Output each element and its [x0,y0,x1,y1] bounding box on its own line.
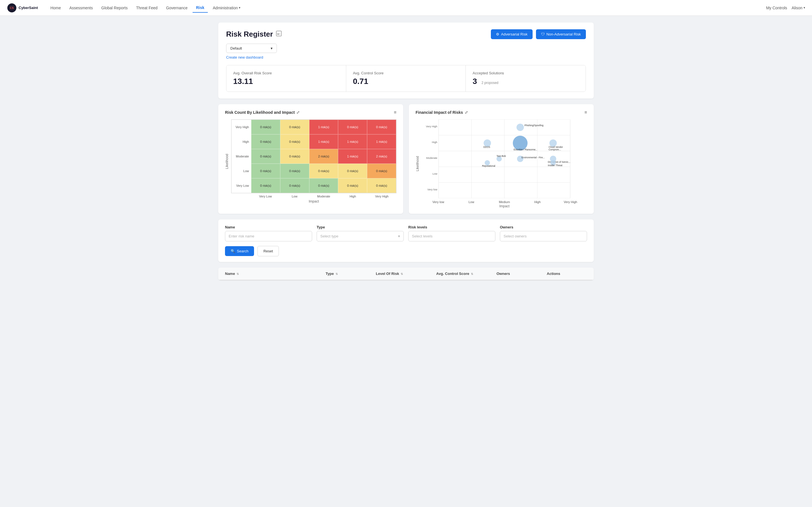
owners-input[interactable] [500,231,587,241]
sort-control-icon[interactable] [471,272,473,276]
svg-text:Comprom...: Comprom... [549,148,561,151]
matrix-cell[interactable]: 0 risk(s) [251,149,280,164]
filter-risk-label: Risk levels [408,225,495,229]
matrix-cell[interactable]: 0 risk(s) [338,164,367,178]
filter-name-label: Name [225,225,312,229]
matrix-cell[interactable]: 0 risk(s) [309,164,338,178]
col-name[interactable]: Name [225,272,326,276]
matrix-cell[interactable]: 0 risk(s) [251,120,280,134]
matrix-cell[interactable]: 0 risk(s) [367,120,396,134]
matrix-cell[interactable]: 1 risk(s) [338,134,367,149]
export-icon[interactable]: W↑ [276,31,282,38]
financial-bubble-chart: Very High High Moderate Low Very low Phi… [422,119,587,198]
brand[interactable]: CS CyberSaint [7,3,38,13]
matrix-cell[interactable]: 0 risk(s) [280,120,309,134]
matrix-cell[interactable]: 2 risk(s) [367,149,396,164]
matrix-cell[interactable]: 0 risk(s) [251,178,280,193]
page-title-text: Risk Register [226,30,273,39]
nav-assessments[interactable]: Assessments [66,3,96,12]
stats-row: Avg. Overall Risk Score 13.11 Avg. Contr… [226,65,586,92]
stat-accepted-label: Accepted Solutions [472,71,579,75]
matrix-menu-icon[interactable]: ≡ [394,110,396,115]
risk-matrix-card: Risk Count By Likelihood and Impact ⤢ ≡ … [218,104,403,214]
nav-global-reports[interactable]: Global Reports [98,3,131,12]
svg-text:Very High: Very High [426,125,437,128]
stat-control-value: 0.71 [353,77,459,86]
search-button[interactable]: 🔍 Search [225,246,254,256]
risk-name-input[interactable] [225,231,312,241]
non-adversarial-risk-button[interactable]: 🛡 Non-Adversarial Risk [536,29,586,39]
financial-y-label: Likelihood [416,156,419,171]
risk-level-input[interactable] [408,231,495,241]
matrix-cell[interactable]: 1 risk(s) [367,134,396,149]
financial-x-labels: Very low Low Medium High Very High [422,200,587,204]
table-header: Name Type Level Of Risk Avg. Control Sco… [218,268,594,280]
svg-text:Environmental - Fire...: Environmental - Fire... [522,156,545,159]
nav-governance[interactable]: Governance [163,3,191,12]
col-owners[interactable]: Owners [497,272,547,276]
financial-menu-icon[interactable]: ≡ [585,110,587,115]
title-row: Risk Register W↑ ⚙ Adversarial Risk 🛡 No… [226,29,586,39]
matrix-cell[interactable]: 0 risk(s) [251,134,280,149]
sort-type-icon[interactable] [336,272,338,276]
svg-text:Phishing/Spoofing: Phishing/Spoofing [524,124,544,127]
stat-control-label: Avg. Control Score [353,71,459,75]
financial-x-axis-label: Impact [422,204,587,208]
sort-level-icon[interactable] [401,272,403,276]
nav-administration[interactable]: Administration ▾ [209,3,244,12]
matrix-cell[interactable]: 1 risk(s) [309,120,338,134]
filter-actions: 🔍 Search Reset [225,246,587,256]
nav-threat-feed[interactable]: Threat Feed [133,3,161,12]
nav-user[interactable]: Alison ▾ [792,6,805,10]
matrix-cell[interactable]: 0 risk(s) [338,178,367,193]
stat-control-score: Avg. Control Score 0.71 [346,65,466,92]
col-level[interactable]: Level Of Risk [376,272,436,276]
matrix-x-labels: Very LowLowModerateHighVery High [231,194,396,198]
matrix-cell[interactable]: 0 risk(s) [367,164,396,178]
sort-name-icon[interactable] [237,272,239,276]
matrix-cell[interactable]: 0 risk(s) [338,120,367,134]
matrix-cell[interactable]: 0 risk(s) [280,134,309,149]
create-dashboard-link[interactable]: Create new dashboard [226,55,263,59]
col-control-score[interactable]: Avg. Control Score [436,272,497,276]
svg-text:CS: CS [10,6,14,10]
financial-expand-icon[interactable]: ⤢ [465,110,468,115]
financial-chart-header: Financial Impact of Risks ⤢ ≡ [416,110,587,115]
matrix-chart-header: Risk Count By Likelihood and Impact ⤢ ≡ [225,110,396,115]
matrix-cell[interactable]: 0 risk(s) [309,178,338,193]
matrix-expand-icon[interactable]: ⤢ [296,110,300,115]
svg-point-17 [516,124,524,131]
svg-text:Moderate: Moderate [426,157,437,159]
svg-text:Test-Bob: Test-Bob [497,155,506,158]
stat-overall-value: 13.11 [233,77,339,86]
matrix-cell[interactable]: 1 risk(s) [338,149,367,164]
svg-text:Extortion / Ransomw...: Extortion / Ransomw... [514,148,538,151]
matrix-x-axis-label: Impact [231,200,396,203]
svg-text:Insider Threat: Insider Threat [548,164,562,167]
col-type[interactable]: Type [326,272,376,276]
page-header: Risk Register W↑ ⚙ Adversarial Risk 🛡 No… [218,22,594,99]
charts-row: Risk Count By Likelihood and Impact ⤢ ≡ … [218,104,594,214]
matrix-col-label: Low [280,194,309,198]
col-actions: Actions [547,272,587,276]
matrix-cell[interactable]: 0 risk(s) [251,164,280,178]
stat-accepted-value: 3 2 proposed [472,77,579,86]
reset-button[interactable]: Reset [257,246,279,256]
dashboard-dropdown[interactable]: Default ▾ [226,44,277,53]
main-content: Risk Register W↑ ⚙ Adversarial Risk 🛡 No… [211,16,601,287]
svg-text:Reputational: Reputational [482,165,495,167]
nav-my-controls[interactable]: My Controls [766,6,787,10]
adversarial-risk-button[interactable]: ⚙ Adversarial Risk [491,29,532,39]
matrix-cell[interactable]: 2 risk(s) [309,149,338,164]
matrix-cell[interactable]: 1 risk(s) [309,134,338,149]
search-icon: 🔍 [231,249,235,253]
matrix-cell[interactable]: 0 risk(s) [280,149,309,164]
risk-table: Name Type Level Of Risk Avg. Control Sco… [218,268,594,280]
matrix-cell[interactable]: 0 risk(s) [367,178,396,193]
nav-home[interactable]: Home [47,3,64,12]
nav-right: My Controls Alison ▾ [766,6,805,10]
type-select[interactable]: Select type ▾ [317,231,404,241]
matrix-cell[interactable]: 0 risk(s) [280,178,309,193]
matrix-cell[interactable]: 0 risk(s) [280,164,309,178]
nav-risk[interactable]: Risk [193,3,208,13]
